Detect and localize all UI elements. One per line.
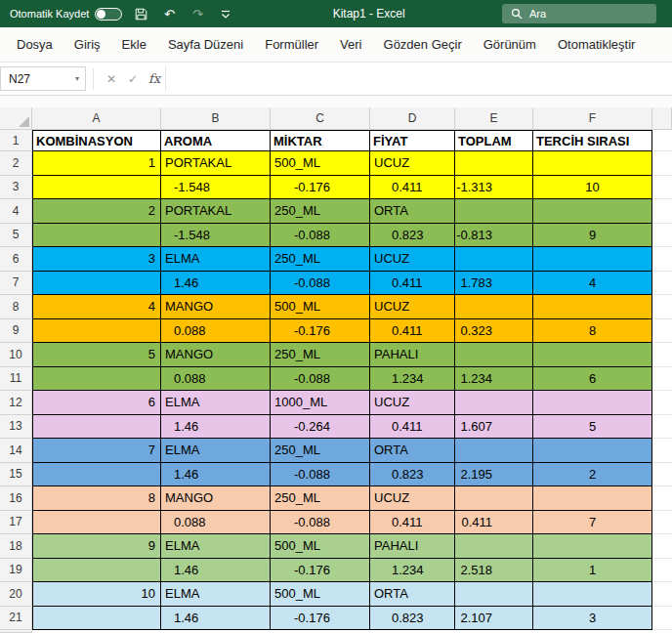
column-header-A[interactable]: A bbox=[32, 107, 161, 130]
cell-A6[interactable]: 3 bbox=[32, 247, 161, 272]
row-header-16[interactable]: 16 bbox=[0, 486, 32, 511]
cell-B3[interactable]: -1.548 bbox=[161, 176, 271, 200]
cell-A9[interactable] bbox=[32, 319, 161, 344]
cell-E7[interactable]: 1.783 bbox=[455, 272, 533, 296]
cell-E2[interactable] bbox=[455, 151, 533, 176]
cell-A10[interactable]: 5 bbox=[32, 343, 161, 367]
cell-B5[interactable]: -1.548 bbox=[161, 224, 271, 248]
row-header-20[interactable]: 20 bbox=[0, 582, 32, 607]
cell-D6[interactable]: UCUZ bbox=[370, 247, 455, 272]
row-header-17[interactable]: 17 bbox=[0, 511, 32, 535]
autosave-toggle[interactable] bbox=[95, 8, 122, 21]
cell-D12[interactable]: UCUZ bbox=[370, 391, 455, 415]
cell-G17[interactable] bbox=[652, 511, 672, 535]
customize-quick-access-toolbar-icon[interactable] bbox=[216, 4, 235, 23]
name-box[interactable]: N27 ▾ bbox=[0, 66, 86, 91]
cell-B8[interactable]: MANGO bbox=[161, 295, 271, 319]
cell-C10[interactable]: 250_ML bbox=[271, 343, 370, 367]
cell-B21[interactable]: 1.46 bbox=[161, 607, 271, 631]
cell-E17[interactable]: 0.411 bbox=[455, 511, 533, 535]
row-header-6[interactable]: 6 bbox=[0, 247, 32, 272]
cell-F4[interactable] bbox=[533, 199, 652, 224]
cell-D11[interactable]: 1.234 bbox=[370, 367, 455, 392]
cell-E1[interactable]: TOPLAM bbox=[455, 130, 533, 151]
cell-C17[interactable]: -0.088 bbox=[271, 511, 370, 535]
cell-D8[interactable]: UCUZ bbox=[370, 295, 455, 319]
cell-D13[interactable]: 0.411 bbox=[370, 415, 455, 440]
cell-A7[interactable] bbox=[32, 272, 161, 296]
cell-A13[interactable] bbox=[32, 415, 161, 440]
cell-A21[interactable] bbox=[32, 607, 161, 631]
cell-G1[interactable] bbox=[652, 130, 672, 151]
cell-A16[interactable]: 8 bbox=[32, 486, 161, 511]
cell-A4[interactable]: 2 bbox=[32, 199, 161, 224]
cell-C4[interactable]: 250_ML bbox=[271, 199, 370, 224]
cell-F17[interactable]: 7 bbox=[533, 511, 652, 535]
cell-B1[interactable]: AROMA bbox=[161, 130, 271, 151]
save-icon[interactable] bbox=[131, 4, 150, 23]
cell-B6[interactable]: ELMA bbox=[161, 247, 271, 272]
cell-B9[interactable]: 0.088 bbox=[161, 319, 271, 344]
ribbon-tab-gozden-gecir[interactable]: Gözden Geçir bbox=[373, 27, 473, 62]
cell-C11[interactable]: -0.088 bbox=[271, 367, 370, 392]
cell-D19[interactable]: 1.234 bbox=[370, 559, 455, 583]
ribbon-tab-giris[interactable]: Giriş bbox=[63, 27, 111, 62]
cell-C9[interactable]: -0.176 bbox=[271, 319, 370, 344]
cell-C12[interactable]: 1000_ML bbox=[271, 391, 370, 415]
row-header-11[interactable]: 11 bbox=[0, 367, 32, 392]
column-header-C[interactable]: C bbox=[271, 107, 370, 130]
column-header-D[interactable]: D bbox=[370, 107, 455, 130]
cell-G9[interactable] bbox=[652, 319, 672, 344]
cell-G4[interactable] bbox=[652, 199, 672, 224]
cell-D21[interactable]: 0.823 bbox=[370, 607, 455, 631]
cell-G7[interactable] bbox=[652, 272, 672, 296]
cell-G11[interactable] bbox=[652, 367, 672, 392]
cell-A20[interactable]: 10 bbox=[32, 582, 161, 607]
cell-G13[interactable] bbox=[652, 415, 672, 440]
cell-A18[interactable]: 9 bbox=[32, 534, 161, 559]
cell-C20[interactable]: 500_ML bbox=[271, 582, 370, 607]
formula-input[interactable] bbox=[165, 66, 672, 91]
cell-F15[interactable]: 2 bbox=[533, 463, 652, 487]
cell-A14[interactable]: 7 bbox=[32, 439, 161, 463]
cell-A19[interactable] bbox=[32, 559, 161, 583]
cell-G10[interactable] bbox=[652, 343, 672, 367]
cell-B7[interactable]: 1.46 bbox=[161, 272, 271, 296]
search-box[interactable]: Ara bbox=[502, 4, 656, 23]
cell-D20[interactable]: ORTA bbox=[370, 582, 455, 607]
cell-E19[interactable]: 2.518 bbox=[455, 559, 533, 583]
cell-F21[interactable]: 3 bbox=[533, 607, 652, 631]
cell-A12[interactable]: 6 bbox=[32, 391, 161, 415]
undo-icon[interactable]: ↶ bbox=[159, 4, 179, 23]
cell-D18[interactable]: PAHALI bbox=[370, 534, 455, 559]
row-header-12[interactable]: 12 bbox=[0, 391, 32, 415]
cell-B13[interactable]: 1.46 bbox=[161, 415, 271, 440]
insert-function-icon[interactable]: fx bbox=[144, 66, 165, 91]
cell-G20[interactable] bbox=[652, 582, 672, 607]
cell-G6[interactable] bbox=[652, 247, 672, 272]
cell-D5[interactable]: 0.823 bbox=[370, 224, 455, 248]
cell-E5[interactable]: -0.813 bbox=[455, 224, 533, 248]
row-header-9[interactable]: 9 bbox=[0, 319, 32, 344]
ribbon-tab-gorunum[interactable]: Görünüm bbox=[473, 27, 547, 62]
cell-C1[interactable]: MİKTAR bbox=[271, 130, 370, 151]
cell-F11[interactable]: 6 bbox=[533, 367, 652, 392]
cell-C18[interactable]: 500_ML bbox=[271, 534, 370, 559]
cell-A5[interactable] bbox=[32, 224, 161, 248]
cell-B12[interactable]: ELMA bbox=[161, 391, 271, 415]
cell-G15[interactable] bbox=[652, 463, 672, 487]
cell-B20[interactable]: ELMA bbox=[161, 582, 271, 607]
cell-B10[interactable]: MANGO bbox=[161, 343, 271, 367]
cell-F14[interactable] bbox=[533, 439, 652, 463]
row-header-18[interactable]: 18 bbox=[0, 534, 32, 559]
cell-G14[interactable] bbox=[652, 439, 672, 463]
cell-F19[interactable]: 1 bbox=[533, 559, 652, 583]
cell-A3[interactable] bbox=[32, 176, 161, 200]
cell-C21[interactable]: -0.176 bbox=[271, 607, 370, 631]
row-header-15[interactable]: 15 bbox=[0, 463, 32, 487]
cell-C13[interactable]: -0.264 bbox=[271, 415, 370, 440]
cell-B2[interactable]: PORTAKAL bbox=[161, 151, 271, 176]
ribbon-tab-formuller[interactable]: Formüller bbox=[254, 27, 329, 62]
cell-A2[interactable]: 1 bbox=[32, 151, 161, 176]
cell-G19[interactable] bbox=[652, 559, 672, 583]
